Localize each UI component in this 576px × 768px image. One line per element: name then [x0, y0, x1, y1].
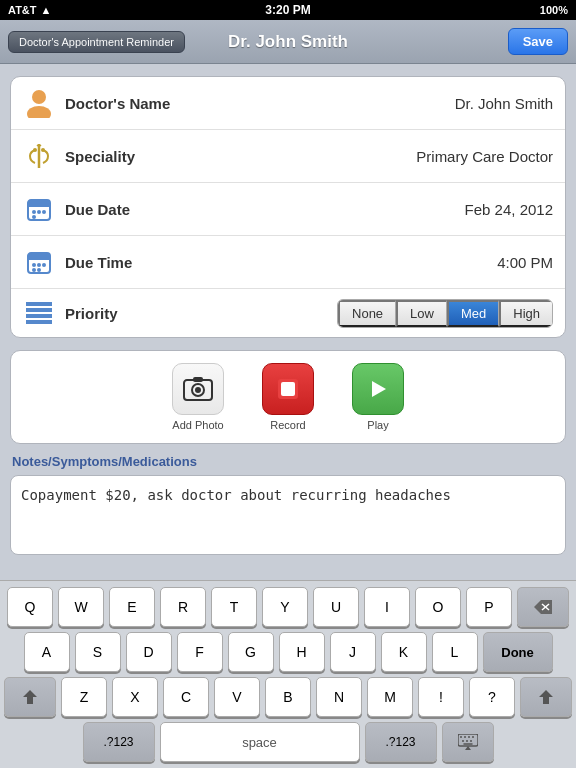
shift-right-key[interactable]: [520, 677, 572, 717]
key-b[interactable]: B: [265, 677, 311, 717]
battery-label: 100%: [540, 4, 568, 16]
due-time-row: Due Time 4:00 PM: [11, 236, 565, 289]
keyboard-row-4: .?123 space .?123: [4, 722, 572, 762]
key-y[interactable]: Y: [262, 587, 308, 627]
doctor-name-value: Dr. John Smith: [455, 95, 553, 112]
priority-low[interactable]: Low: [396, 300, 447, 327]
key-question[interactable]: ?: [469, 677, 515, 717]
key-f[interactable]: F: [177, 632, 223, 672]
key-z[interactable]: Z: [61, 677, 107, 717]
key-x[interactable]: X: [112, 677, 158, 717]
speciality-row: Speciality Primary Care Doctor: [11, 130, 565, 183]
keyboard-icon-key[interactable]: [442, 722, 494, 762]
key-d[interactable]: D: [126, 632, 172, 672]
form-card: Doctor's Name Dr. John Smith Speciality …: [10, 76, 566, 338]
key-r[interactable]: R: [160, 587, 206, 627]
status-right: 100%: [540, 4, 568, 16]
play-label: Play: [367, 419, 388, 431]
status-left: AT&T ▲: [8, 4, 51, 16]
due-date-value: Feb 24, 2012: [465, 201, 553, 218]
key-v[interactable]: V: [214, 677, 260, 717]
due-date-label: Due Date: [65, 201, 465, 218]
notes-textarea[interactable]: [10, 475, 566, 555]
svg-point-0: [32, 90, 46, 104]
calendar-time-icon: [23, 246, 55, 278]
play-button[interactable]: Play: [343, 363, 413, 431]
done-key[interactable]: Done: [483, 632, 553, 672]
svg-point-3: [33, 148, 37, 152]
svg-rect-21: [26, 314, 52, 318]
svg-point-16: [37, 263, 41, 267]
number-key-left[interactable]: .?123: [83, 722, 155, 762]
due-time-label: Due Time: [65, 254, 497, 271]
priority-med[interactable]: Med: [447, 300, 499, 327]
priority-row: Priority None Low Med High: [11, 289, 565, 337]
svg-point-4: [41, 148, 45, 152]
priority-label: Priority: [65, 305, 327, 322]
key-m[interactable]: M: [367, 677, 413, 717]
add-photo-icon: [172, 363, 224, 415]
record-icon: [262, 363, 314, 415]
key-k[interactable]: K: [381, 632, 427, 672]
key-p[interactable]: P: [466, 587, 512, 627]
nav-title: Dr. John Smith: [228, 32, 348, 52]
record-button[interactable]: Record: [253, 363, 323, 431]
add-photo-label: Add Photo: [172, 419, 223, 431]
svg-rect-14: [28, 257, 50, 260]
status-bar: AT&T ▲ 3:20 PM 100%: [0, 0, 576, 20]
key-u[interactable]: U: [313, 587, 359, 627]
notes-section: Notes/Symptoms/Medications: [10, 454, 566, 558]
svg-point-26: [195, 387, 201, 393]
record-label: Record: [270, 419, 305, 431]
key-c[interactable]: C: [163, 677, 209, 717]
save-button[interactable]: Save: [508, 28, 568, 55]
backspace-key[interactable]: [517, 587, 569, 627]
key-q[interactable]: Q: [7, 587, 53, 627]
shift-key[interactable]: [4, 677, 56, 717]
status-time: 3:20 PM: [265, 3, 310, 17]
keyboard-row-2: A S D F G H J K L Done: [4, 632, 572, 672]
svg-rect-22: [26, 320, 52, 324]
svg-rect-27: [193, 377, 203, 382]
svg-rect-29: [281, 382, 295, 396]
person-icon: [23, 87, 55, 119]
key-a[interactable]: A: [24, 632, 70, 672]
doctor-name-label: Doctor's Name: [65, 95, 455, 112]
key-exclamation[interactable]: !: [418, 677, 464, 717]
priority-high[interactable]: High: [499, 300, 552, 327]
number-key-right[interactable]: .?123: [365, 722, 437, 762]
svg-rect-20: [26, 308, 52, 312]
calendar-date-icon: [23, 193, 55, 225]
svg-point-15: [32, 263, 36, 267]
main-content: Doctor's Name Dr. John Smith Speciality …: [0, 64, 576, 566]
svg-marker-33: [23, 690, 37, 704]
key-j[interactable]: J: [330, 632, 376, 672]
media-card: Add Photo Record Play: [10, 350, 566, 444]
key-e[interactable]: E: [109, 587, 155, 627]
key-i[interactable]: I: [364, 587, 410, 627]
key-l[interactable]: L: [432, 632, 478, 672]
due-date-row: Due Date Feb 24, 2012: [11, 183, 565, 236]
speciality-value: Primary Care Doctor: [416, 148, 553, 165]
keyboard-row-1: Q W E R T Y U I O P: [4, 587, 572, 627]
svg-point-18: [32, 268, 36, 272]
key-s[interactable]: S: [75, 632, 121, 672]
play-icon: [352, 363, 404, 415]
key-n[interactable]: N: [316, 677, 362, 717]
key-g[interactable]: G: [228, 632, 274, 672]
space-key[interactable]: space: [160, 722, 360, 762]
priority-none[interactable]: None: [338, 300, 396, 327]
key-o[interactable]: O: [415, 587, 461, 627]
nav-bar: Doctor's Appointment Reminder Dr. John S…: [0, 20, 576, 64]
svg-point-8: [32, 210, 36, 214]
add-photo-button[interactable]: Add Photo: [163, 363, 233, 431]
key-h[interactable]: H: [279, 632, 325, 672]
key-w[interactable]: W: [58, 587, 104, 627]
keyboard: Q W E R T Y U I O P A S D F G H J K L Do…: [0, 580, 576, 768]
svg-point-11: [32, 215, 36, 219]
priority-segment: None Low Med High: [337, 299, 553, 328]
key-t[interactable]: T: [211, 587, 257, 627]
svg-point-10: [42, 210, 46, 214]
back-button[interactable]: Doctor's Appointment Reminder: [8, 31, 185, 53]
speciality-label: Speciality: [65, 148, 416, 165]
